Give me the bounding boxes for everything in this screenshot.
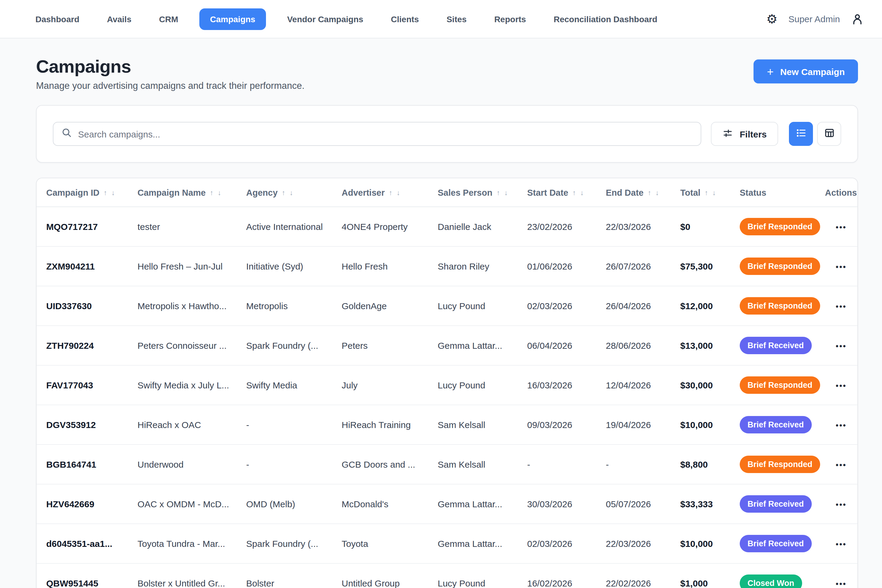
cell-sales-person: Lucy Pound bbox=[438, 301, 527, 311]
list-view-button[interactable] bbox=[789, 122, 813, 146]
column-header-label: Advertiser bbox=[342, 188, 384, 197]
status-badge: Brief Responded bbox=[740, 376, 820, 394]
cell-actions: ••• bbox=[825, 459, 857, 470]
row-actions-button[interactable]: ••• bbox=[836, 500, 847, 509]
row-actions-button[interactable]: ••• bbox=[836, 342, 847, 351]
table-row[interactable]: ZXM904211 Hello Fresh – Jun-Jul Initiati… bbox=[37, 247, 857, 286]
nav-item-reconciliation-dashboard[interactable]: Reconciliation Dashboard bbox=[547, 8, 664, 30]
table-row[interactable]: QBW951445 Bolster x Untitled Gr... Bolst… bbox=[37, 564, 857, 588]
cell-agency: Bolster bbox=[246, 578, 342, 588]
cell-advertiser: Toyota bbox=[342, 538, 438, 549]
gear-icon[interactable]: ⚙ bbox=[766, 13, 778, 25]
row-actions-button[interactable]: ••• bbox=[836, 262, 847, 272]
nav-item-campaigns[interactable]: Campaigns bbox=[200, 8, 266, 30]
nav-item-label: Sites bbox=[446, 14, 466, 24]
sort-arrows-icon: ↑ ↓ bbox=[496, 189, 509, 196]
table-header-row: Campaign ID ↑ ↓ Campaign Name ↑ ↓ Agency… bbox=[37, 178, 857, 207]
filters-button[interactable]: Filters bbox=[711, 122, 778, 146]
search-box bbox=[53, 122, 701, 146]
cell-actions: ••• bbox=[825, 380, 857, 390]
search-input[interactable] bbox=[78, 129, 693, 139]
cell-campaign-name: Peters Connoisseur ... bbox=[138, 340, 246, 351]
column-header-agency[interactable]: Agency ↑ ↓ bbox=[246, 188, 342, 197]
cell-actions: ••• bbox=[825, 261, 857, 272]
nav-item-clients[interactable]: Clients bbox=[384, 8, 425, 30]
column-header-campaign-id[interactable]: Campaign ID ↑ ↓ bbox=[37, 188, 138, 197]
row-actions-button[interactable]: ••• bbox=[836, 223, 847, 232]
cell-start-date: - bbox=[527, 459, 606, 470]
cell-end-date: 22/02/2026 bbox=[606, 578, 680, 588]
row-actions-button[interactable]: ••• bbox=[836, 421, 847, 430]
cell-campaign-name: Underwood bbox=[138, 459, 246, 470]
column-header-label: Agency bbox=[246, 188, 278, 197]
nav-item-label: Avails bbox=[107, 14, 131, 24]
column-header-label: Total bbox=[680, 188, 700, 197]
cell-end-date: 12/04/2026 bbox=[606, 380, 680, 390]
cell-total: $0 bbox=[680, 222, 740, 232]
cell-end-date: 28/06/2026 bbox=[606, 340, 680, 351]
cell-advertiser: McDonald's bbox=[342, 499, 438, 509]
user-icon[interactable] bbox=[851, 12, 864, 26]
cell-total: $13,000 bbox=[680, 340, 740, 351]
column-header-label: Campaign Name bbox=[138, 188, 206, 197]
nav-item-vendor-campaigns[interactable]: Vendor Campaigns bbox=[280, 8, 370, 30]
column-header-start-date[interactable]: Start Date ↑ ↓ bbox=[527, 188, 606, 197]
cell-end-date: - bbox=[606, 459, 680, 470]
plus-icon: + bbox=[767, 66, 774, 77]
new-campaign-button[interactable]: + New Campaign bbox=[754, 59, 858, 84]
column-header-label: End Date bbox=[606, 188, 644, 197]
column-header-label: Start Date bbox=[527, 188, 568, 197]
nav-item-dashboard[interactable]: Dashboard bbox=[29, 8, 86, 30]
cell-actions: ••• bbox=[825, 420, 857, 430]
column-header-sales-person[interactable]: Sales Person ↑ ↓ bbox=[438, 188, 527, 197]
column-header-label: Sales Person bbox=[438, 188, 492, 197]
table-row[interactable]: ZTH790224 Peters Connoisseur ... Spark F… bbox=[37, 326, 857, 366]
table-row[interactable]: MQO717217 tester Active International 4O… bbox=[37, 207, 857, 247]
table-row[interactable]: d6045351-aa1... Toyota Tundra - Mar... S… bbox=[37, 524, 857, 564]
cell-sales-person: Gemma Lattar... bbox=[438, 538, 527, 549]
sort-arrows-icon: ↑ ↓ bbox=[573, 189, 585, 196]
cell-advertiser: July bbox=[342, 380, 438, 390]
row-actions-button[interactable]: ••• bbox=[836, 302, 847, 311]
column-header-end-date[interactable]: End Date ↑ ↓ bbox=[606, 188, 680, 197]
column-header-label: Campaign ID bbox=[46, 188, 99, 197]
status-badge: Brief Received bbox=[740, 495, 812, 513]
page-title-block: Campaigns Manage your advertising campai… bbox=[36, 56, 304, 91]
row-actions-button[interactable]: ••• bbox=[836, 540, 847, 549]
row-actions-button[interactable]: ••• bbox=[836, 460, 847, 470]
nav-items: Dashboard Avails CRM Campaigns Vendor Ca… bbox=[29, 8, 664, 30]
row-actions-button[interactable]: ••• bbox=[836, 579, 847, 588]
table-row[interactable]: BGB164741 Underwood - GCB Doors and ... … bbox=[37, 445, 857, 484]
table-row[interactable]: UID337630 Metropolis x Hawtho... Metropo… bbox=[37, 286, 857, 326]
cell-campaign-id: ZXM904211 bbox=[37, 261, 138, 272]
nav-item-reports[interactable]: Reports bbox=[488, 8, 532, 30]
cell-advertiser: Peters bbox=[342, 340, 438, 351]
cell-campaign-name: OAC x OMDM - McD... bbox=[138, 499, 246, 509]
cell-advertiser: GCB Doors and ... bbox=[342, 459, 438, 470]
nav-item-avails[interactable]: Avails bbox=[100, 8, 138, 30]
row-actions-button[interactable]: ••• bbox=[836, 381, 847, 390]
column-header-advertiser[interactable]: Advertiser ↑ ↓ bbox=[342, 188, 438, 197]
user-role-label: Super Admin bbox=[788, 14, 840, 24]
cell-end-date: 26/04/2026 bbox=[606, 301, 680, 311]
cell-start-date: 02/03/2026 bbox=[527, 301, 606, 311]
page-subtitle: Manage your advertising campaigns and tr… bbox=[36, 81, 304, 91]
table-row[interactable]: FAV177043 Swifty Media x July L... Swift… bbox=[37, 366, 857, 405]
nav-item-sites[interactable]: Sites bbox=[440, 8, 473, 30]
column-header-campaign-name[interactable]: Campaign Name ↑ ↓ bbox=[138, 188, 246, 197]
cell-start-date: 30/03/2026 bbox=[527, 499, 606, 509]
cell-campaign-id: UID337630 bbox=[37, 301, 138, 311]
cell-total: $8,800 bbox=[680, 459, 740, 470]
cell-status: Brief Responded bbox=[740, 376, 825, 394]
status-badge: Brief Responded bbox=[740, 456, 820, 473]
status-badge: Brief Received bbox=[740, 416, 812, 434]
table-row[interactable]: HZV642669 OAC x OMDM - McD... OMD (Melb)… bbox=[37, 484, 857, 524]
table-row[interactable]: DGV353912 HiReach x OAC - HiReach Traini… bbox=[37, 405, 857, 445]
column-header-total[interactable]: Total ↑ ↓ bbox=[680, 188, 740, 197]
nav-item-crm[interactable]: CRM bbox=[153, 8, 185, 30]
status-badge: Brief Responded bbox=[740, 297, 820, 315]
table-view-button[interactable] bbox=[817, 122, 841, 146]
search-icon bbox=[61, 127, 72, 141]
nav-item-label: Vendor Campaigns bbox=[287, 14, 363, 24]
cell-start-date: 23/02/2026 bbox=[527, 222, 606, 232]
